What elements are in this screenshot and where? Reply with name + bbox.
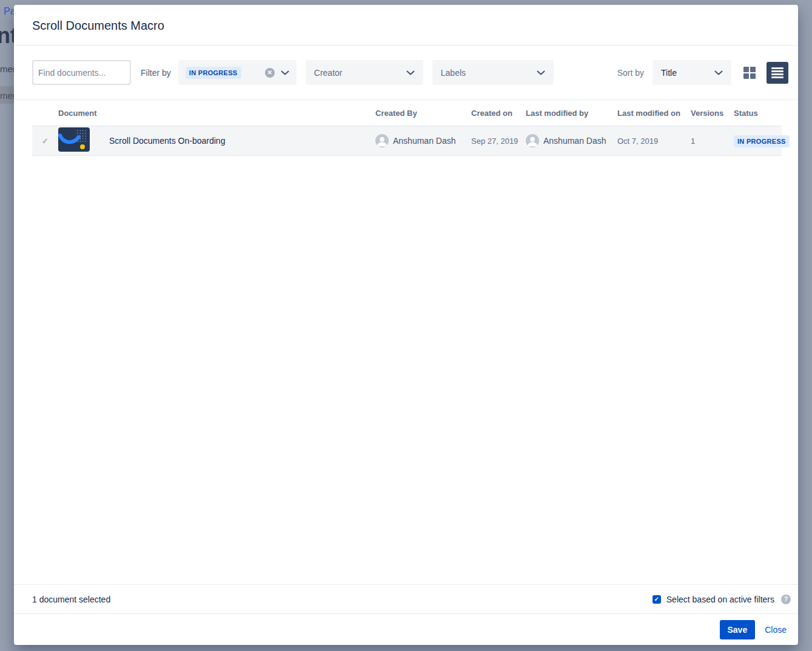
column-header-created-by: Created By: [375, 109, 466, 118]
grid-square: [743, 73, 749, 79]
status-badge: IN PROGRESS: [734, 135, 790, 147]
column-header-document: Document: [58, 109, 375, 118]
avatar-icon: [375, 134, 389, 147]
list-view-button[interactable]: [767, 62, 788, 84]
list-bar: [771, 70, 783, 72]
status-filter-controls: ✕: [265, 68, 289, 78]
active-filters-checkbox[interactable]: ✓: [653, 595, 661, 604]
filter-toolbar: Filter by IN PROGRESS ✕ Creator Labels S…: [14, 46, 798, 100]
column-header-created-on: Created on: [466, 109, 521, 118]
chevron-down-icon: [537, 70, 545, 75]
versions-cell: 1: [683, 137, 726, 146]
sort-by-label: Sort by: [617, 68, 644, 78]
select-based-on-filters-control[interactable]: ✓ Select based on active filters ?: [653, 595, 791, 604]
dialog-actions: Save Close: [14, 613, 798, 645]
status-filter-chip: IN PROGRESS: [186, 67, 241, 79]
background-list-item-fragment: mer: [0, 90, 16, 101]
list-bar: [771, 73, 783, 75]
clear-filter-icon[interactable]: ✕: [265, 68, 275, 78]
column-header-last-modified-by: Last modified by: [521, 109, 612, 118]
dialog-title: Scroll Documents Macro: [32, 17, 780, 34]
last-modified-on-cell: Oct 7, 2019: [612, 137, 683, 146]
labels-filter-dropdown[interactable]: Labels: [432, 60, 554, 85]
status-filter-dropdown[interactable]: IN PROGRESS ✕: [178, 60, 297, 85]
table-header-row: Document Created By Created on Last modi…: [32, 100, 782, 126]
column-header-status: Status: [726, 109, 782, 118]
selection-count-text: 1 document selected: [32, 595, 110, 604]
chevron-down-icon: [281, 70, 289, 75]
list-bar: [771, 67, 783, 69]
search-input[interactable]: [32, 60, 131, 85]
grid-view-icon[interactable]: [743, 67, 756, 79]
avatar-icon: [526, 134, 539, 147]
background-list-item-fragment: mer: [0, 64, 16, 74]
help-icon[interactable]: ?: [781, 595, 791, 604]
last-modified-by-cell: Anshuman Dash: [521, 134, 612, 147]
grid-square: [743, 67, 749, 72]
sort-dropdown[interactable]: Title: [653, 60, 731, 85]
documents-table: Document Created By Created on Last modi…: [14, 100, 798, 584]
filter-by-label: Filter by: [141, 68, 171, 78]
dialog-header: Scroll Documents Macro: [14, 5, 798, 46]
selected-check-icon: ✓: [32, 137, 58, 146]
column-header-last-modified-on: Last modified on: [612, 109, 683, 118]
sort-value: Title: [661, 68, 677, 78]
status-cell: IN PROGRESS: [726, 135, 782, 146]
grid-square: [750, 73, 756, 79]
close-button[interactable]: Close: [765, 625, 792, 635]
creator-filter-dropdown[interactable]: Creator: [306, 60, 423, 85]
table-row[interactable]: ✓ Scroll Documents On-boarding: [32, 126, 782, 156]
save-button[interactable]: Save: [720, 620, 756, 639]
sort-group: Sort by Title: [617, 60, 788, 85]
labels-filter-label: Labels: [441, 68, 466, 78]
column-header-versions: Versions: [683, 109, 726, 118]
document-title: Scroll Documents On-boarding: [99, 136, 375, 146]
selection-footer: 1 document selected ✓ Select based on ac…: [14, 584, 798, 613]
grid-square: [750, 67, 756, 72]
chevron-down-icon: [714, 70, 723, 75]
created-by-cell: Anshuman Dash: [375, 134, 466, 147]
chevron-down-icon: [406, 70, 415, 75]
last-modified-by-name: Anshuman Dash: [543, 136, 606, 146]
scroll-documents-macro-dialog: Scroll Documents Macro Filter by IN PROG…: [14, 5, 798, 645]
document-thumbnail: [58, 127, 99, 154]
active-filters-checkbox-label: Select based on active filters: [666, 595, 774, 604]
list-bar: [771, 76, 783, 78]
created-on-cell: Sep 27, 2019: [466, 137, 521, 146]
creator-filter-label: Creator: [314, 68, 343, 78]
created-by-name: Anshuman Dash: [393, 136, 456, 146]
